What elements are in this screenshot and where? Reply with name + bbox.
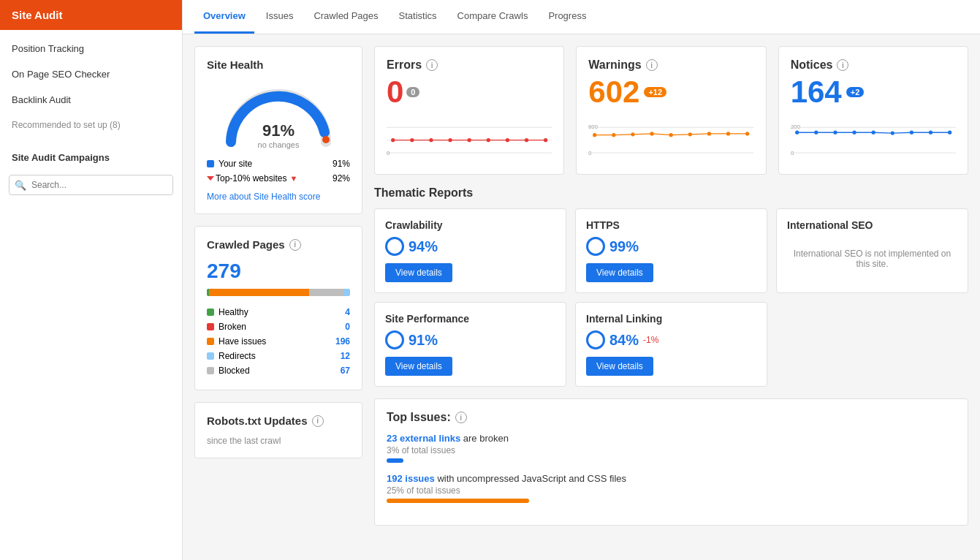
count-healthy: 4 [345, 307, 350, 317]
svg-text:0: 0 [387, 150, 390, 156]
notices-badge: +2 [846, 87, 865, 97]
legend-healthy: Healthy 4 [207, 305, 350, 319]
sidebar-search-container: 🔍 [9, 175, 173, 195]
site-health-link[interactable]: More about Site Health score [207, 192, 350, 202]
tab-compare-crawls[interactable]: Compare Crawls [449, 0, 537, 34]
warnings-title: Warnings i [588, 58, 753, 72]
svg-point-39 [948, 131, 951, 135]
crawled-legend: Healthy 4 Broken 0 Hav [207, 305, 350, 378]
crawlability-title: Crawlability [385, 219, 555, 231]
internal-linking-percent: 84% -1% [586, 330, 756, 349]
site-performance-title: Site Performance [385, 313, 555, 325]
gauge-subtext: no changes [258, 140, 300, 149]
dot-redirects [207, 352, 214, 360]
thematic-crawlability: Crawlability 94% View details [374, 208, 566, 293]
svg-point-37 [909, 131, 913, 135]
thematic-https: HTTPS 99% View details [575, 208, 767, 293]
bar-redirects [343, 289, 350, 296]
issue-row-0: 23 external links are broken 3% of total… [387, 433, 956, 463]
tab-issues[interactable]: Issues [257, 0, 303, 34]
label-healthy: Healthy [219, 307, 248, 317]
svg-point-12 [525, 138, 528, 142]
robots-subtext: since the last crawl [207, 436, 350, 446]
thematic-reports-section: Thematic Reports Crawlability 94% View d… [374, 186, 968, 387]
internal-linking-view-button[interactable]: View details [586, 357, 653, 376]
https-circle-icon [586, 237, 605, 256]
label-blocked: Blocked [219, 366, 250, 376]
errors-card: Errors i 0 0 0 [374, 46, 564, 175]
count-broken: 0 [345, 322, 350, 332]
count-redirects: 12 [341, 351, 350, 361]
issue-link-1[interactable]: 192 issues [387, 473, 435, 484]
svg-point-9 [468, 138, 471, 142]
svg-point-5 [391, 138, 395, 142]
crawlability-view-button[interactable]: View details [385, 263, 452, 282]
tab-statistics[interactable]: Statistics [390, 0, 446, 34]
warnings-chart: 800 0 [588, 118, 753, 162]
svg-point-35 [871, 131, 875, 135]
svg-point-7 [429, 138, 433, 142]
robots-title: Robots.txt Updates i [207, 415, 350, 427]
thematic-internal-linking: Internal Linking 84% -1% View details [575, 302, 767, 387]
left-column: Site Health 91% [194, 46, 362, 548]
legend-arrow-icon: ▼ [289, 174, 297, 183]
warnings-info-icon[interactable]: i [646, 59, 658, 71]
metrics-row: Errors i 0 0 0 [374, 46, 968, 175]
svg-point-18 [593, 133, 596, 137]
errors-chart: 0 [387, 118, 552, 162]
dot-have-issues [207, 338, 214, 345]
warnings-value: 602 [588, 75, 639, 110]
tab-crawled-pages[interactable]: Crawled Pages [305, 0, 387, 34]
site-health-legend: Your site 91% Top-10% websites ▼ 92% [207, 156, 350, 186]
tabs-bar: Overview Issues Crawled Pages Statistics… [183, 0, 980, 34]
legend-have-issues: Have issues 196 [207, 334, 350, 349]
sidebar: Site Audit Position Tracking On Page SEO… [0, 0, 183, 560]
site-performance-percent: 91% [385, 330, 555, 349]
site-performance-circle-icon [385, 330, 404, 349]
crawled-pages-info-icon[interactable]: i [289, 239, 301, 251]
search-input[interactable] [9, 175, 173, 195]
top-issues-title: Top Issues: i [387, 411, 956, 424]
sidebar-campaigns-title: Site Audit Campaigns [0, 143, 182, 169]
site-health-card: Site Health 91% [194, 46, 362, 214]
top-issues-info-icon[interactable]: i [455, 412, 467, 423]
dot-healthy [207, 309, 214, 316]
svg-point-8 [448, 138, 452, 142]
sidebar-item-recommended[interactable]: Recommended to set up (8) [0, 113, 182, 137]
issue-text-1: 192 issues with uncompressed JavaScript … [387, 473, 956, 484]
notices-title: Notices i [791, 58, 956, 72]
notices-info-icon[interactable]: i [837, 59, 848, 71]
count-have-issues: 196 [335, 336, 350, 347]
international-seo-title: International SEO [787, 219, 957, 231]
crawlability-percent: 94% [385, 237, 555, 256]
sidebar-item-on-page-seo[interactable]: On Page SEO Checker [0, 61, 182, 87]
legend-label-yoursite: Your site [219, 159, 252, 169]
sidebar-item-backlink-audit[interactable]: Backlink Audit [0, 87, 182, 113]
warnings-badge: +12 [644, 87, 666, 97]
issue-row-1: 192 issues with uncompressed JavaScript … [387, 473, 956, 503]
label-have-issues: Have issues [219, 336, 266, 347]
crawled-pages-card: Crawled Pages i 279 Healthy [194, 226, 362, 390]
robots-info-icon[interactable]: i [312, 415, 324, 427]
notices-card: Notices i 164 +2 200 0 [778, 46, 968, 175]
sidebar-item-position-tracking[interactable]: Position Tracking [0, 36, 182, 61]
issue-link-0[interactable]: 23 external links [387, 433, 460, 444]
internal-linking-change: -1% [643, 335, 658, 345]
international-seo-no-impl: International SEO is not implemented on … [787, 237, 957, 281]
count-blocked: 67 [341, 366, 350, 376]
top-issues-card: Top Issues: i 23 external links are brok… [374, 398, 968, 526]
bar-issues [209, 289, 309, 296]
issue-bar-0 [387, 458, 403, 463]
site-performance-view-button[interactable]: View details [385, 357, 452, 376]
arrow-down-icon [207, 176, 214, 181]
tab-overview[interactable]: Overview [194, 0, 254, 34]
https-view-button[interactable]: View details [586, 263, 653, 282]
svg-point-11 [506, 138, 509, 142]
tab-progress[interactable]: Progress [539, 0, 595, 34]
thematic-reports-title: Thematic Reports [374, 186, 968, 200]
site-health-gauge: 91% no changes [207, 80, 350, 149]
legend-label-top10: Top-10% websites [216, 173, 286, 183]
errors-info-icon[interactable]: i [426, 59, 438, 71]
crawled-pages-bar [207, 289, 350, 296]
issue-subtext-0: 3% of total issues [387, 445, 956, 455]
